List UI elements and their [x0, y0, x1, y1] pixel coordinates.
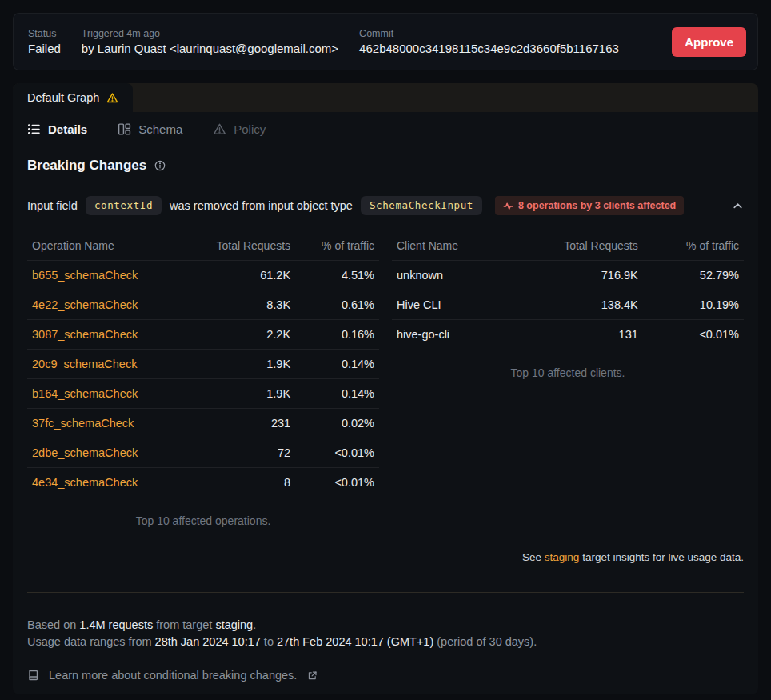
- status-value: Failed: [28, 42, 61, 55]
- book-icon: [27, 669, 40, 682]
- approve-button[interactable]: Approve: [672, 27, 746, 57]
- type-code-chip: SchemaCheckInput: [361, 196, 482, 215]
- operation-name-cell: b655_schemaCheck: [27, 261, 182, 290]
- tab-default-graph[interactable]: Default Graph: [13, 83, 133, 112]
- list-icon: [27, 122, 41, 136]
- operation-name-cell: 20c9_schemaCheck: [27, 350, 182, 379]
- to-text: to: [261, 635, 277, 648]
- operation-row: 37fc_schemaCheck2310.02%: [27, 409, 379, 438]
- operation-row: b164_schemaCheck1.9K0.14%: [27, 379, 379, 409]
- operation-name-cell: 3087_schemaCheck: [27, 320, 182, 350]
- chevron-up-icon[interactable]: [732, 200, 744, 212]
- change-middle: was removed from input object type: [170, 199, 353, 212]
- operation-link[interactable]: b655_schemaCheck: [32, 269, 138, 282]
- requests-count: 1.4M requests: [79, 618, 153, 631]
- affected-badge: 8 operations by 3 clients affected: [495, 196, 684, 215]
- total-requests-cell: 231: [182, 409, 295, 438]
- operation-link[interactable]: b164_schemaCheck: [32, 387, 138, 400]
- graph-tabstrip: Default Graph: [13, 83, 758, 112]
- schema-icon: [118, 122, 131, 136]
- operation-row: 4e22_schemaCheck8.3K0.61%: [27, 290, 379, 320]
- range-suffix: (period of 30 days).: [433, 635, 537, 648]
- status-label: Status: [28, 28, 61, 39]
- usage-summary-line2: Usage data ranges from 28th Jan 2024 10:…: [27, 634, 744, 650]
- operation-name-cell: 4e22_schemaCheck: [27, 290, 182, 320]
- based-prefix: Based on: [27, 618, 79, 631]
- check-details-content: Details Schema Policy: [13, 112, 758, 694]
- usage-summary: Based on 1.4M requests from target stagi…: [27, 617, 744, 650]
- affected-badge-label: 8 operations by 3 clients affected: [518, 200, 676, 211]
- tab-details[interactable]: Details: [27, 122, 87, 136]
- total-requests-cell: 138.4K: [507, 290, 643, 320]
- operation-name-cell: b164_schemaCheck: [27, 379, 182, 409]
- commit-label: Commit: [359, 28, 619, 39]
- usage-summary-line1: Based on 1.4M requests from target stagi…: [27, 617, 744, 634]
- operation-name-cell: 37fc_schemaCheck: [27, 409, 182, 438]
- client-row: hive-go-cli131<0.01%: [392, 320, 744, 350]
- total-requests-cell: 716.9K: [507, 261, 643, 290]
- status-group: Status Failed: [28, 28, 61, 55]
- note-suffix: target insights for live usage data.: [579, 551, 744, 563]
- date-to: 27th Feb 2024 10:17 (GMT+1): [277, 635, 433, 648]
- total-requests-cell: 1.9K: [182, 379, 295, 409]
- note-prefix: See: [522, 551, 545, 563]
- learn-more-link[interactable]: Learn more about conditional breaking ch…: [27, 669, 744, 682]
- operations-table-wrap: Operation Name Total Requests % of traff…: [27, 231, 379, 527]
- name-cell: hive-go-cli: [392, 320, 507, 350]
- triggered-label: Triggered 4m ago: [82, 28, 338, 39]
- warning-icon: [213, 122, 226, 136]
- tab-policy[interactable]: Policy: [213, 122, 266, 136]
- operation-link[interactable]: 20c9_schemaCheck: [32, 358, 137, 370]
- clients-caption: Top 10 affected clients.: [392, 366, 744, 379]
- divider: [27, 592, 744, 593]
- info-icon[interactable]: [154, 160, 166, 171]
- pulse-icon: [503, 201, 513, 211]
- field-code-chip: contextId: [86, 196, 162, 215]
- insights-note: See staging target insights for live usa…: [27, 551, 744, 563]
- col-total-requests: Total Requests: [507, 231, 643, 261]
- change-prefix: Input field: [27, 199, 78, 212]
- learn-more-label: Learn more about conditional breaking ch…: [49, 669, 297, 682]
- traffic-pct-cell: 52.79%: [643, 261, 744, 290]
- table-header-row: Operation Name Total Requests % of traff…: [27, 231, 379, 261]
- operation-link[interactable]: 4e34_schemaCheck: [32, 476, 138, 489]
- graph-tab-label: Default Graph: [27, 91, 99, 104]
- operation-link[interactable]: 2dbe_schemaCheck: [32, 446, 138, 459]
- operation-link[interactable]: 37fc_schemaCheck: [32, 417, 134, 430]
- tab-schema-label: Schema: [138, 122, 182, 136]
- commit-group: Commit 462b48000c34198115c34e9c2d3660f5b…: [359, 28, 619, 55]
- col-operation-name: Operation Name: [27, 231, 182, 261]
- client-row: Hive CLI138.4K10.19%: [392, 290, 744, 320]
- operation-link[interactable]: 4e22_schemaCheck: [32, 298, 138, 311]
- traffic-pct-cell: 10.19%: [643, 290, 744, 320]
- warning-triangle-icon: [106, 92, 118, 104]
- total-requests-cell: 72: [182, 438, 295, 468]
- traffic-pct-cell: <0.01%: [295, 468, 379, 498]
- external-link-icon: [307, 670, 318, 681]
- traffic-pct-cell: 0.14%: [295, 350, 379, 379]
- col-client-name: Client Name: [392, 231, 507, 261]
- commit-hash: 462b48000c34198115c34e9c2d3660f5b1167163: [359, 42, 619, 55]
- traffic-pct-cell: 0.16%: [295, 320, 379, 350]
- breaking-change-row[interactable]: Input field contextId was removed from i…: [27, 196, 744, 215]
- total-requests-cell: 131: [507, 320, 643, 350]
- total-requests-cell: 2.2K: [182, 320, 295, 350]
- total-requests-cell: 8.3K: [182, 290, 295, 320]
- operation-name-cell: 4e34_schemaCheck: [27, 468, 182, 498]
- tab-details-label: Details: [48, 122, 87, 136]
- staging-insights-link[interactable]: staging: [545, 551, 580, 563]
- details-tabs: Details Schema Policy: [13, 112, 758, 145]
- traffic-pct-cell: 0.14%: [295, 379, 379, 409]
- operation-row: b655_schemaCheck61.2K4.51%: [27, 261, 379, 290]
- operation-name-cell: 2dbe_schemaCheck: [27, 438, 182, 468]
- traffic-pct-cell: 4.51%: [295, 261, 379, 290]
- name-cell: Hive CLI: [392, 290, 507, 320]
- tab-policy-label: Policy: [234, 122, 266, 136]
- operation-link[interactable]: 3087_schemaCheck: [32, 328, 138, 341]
- total-requests-cell: 1.9K: [182, 350, 295, 379]
- name-cell: unknown: [392, 261, 507, 290]
- check-status-header: Status Failed Triggered 4m ago by Laurin…: [13, 13, 758, 70]
- tab-schema[interactable]: Schema: [118, 122, 182, 136]
- traffic-pct-cell: <0.01%: [643, 320, 744, 350]
- range-prefix: Usage data ranges from: [27, 635, 155, 648]
